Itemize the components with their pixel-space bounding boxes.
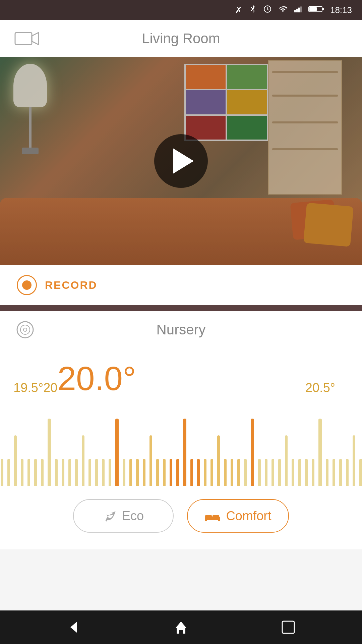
record-dot-icon [22, 280, 32, 290]
thermostat-icon [13, 320, 40, 340]
status-bar: ✗ 18:13 [0, 0, 362, 20]
svg-rect-0 [294, 10, 296, 12]
temp-main: 20.0° [57, 362, 136, 395]
home-button[interactable] [168, 614, 194, 641]
bluetooth-icon2 [248, 5, 257, 16]
wifi-icon [278, 5, 288, 16]
svg-point-10 [20, 325, 30, 334]
camera-icon [13, 29, 40, 49]
ticks [0, 405, 362, 486]
record-bar: RECORD [0, 265, 362, 305]
time-display: 18:13 [330, 5, 352, 15]
record-label: RECORD [45, 279, 98, 291]
nursery-title: Nursery [40, 322, 322, 338]
svg-rect-2 [298, 7, 300, 12]
temperature-display: 19.5° 20 20.0° 20.5° [0, 348, 362, 405]
svg-rect-15 [205, 519, 207, 521]
play-button[interactable] [154, 134, 208, 188]
back-button[interactable] [60, 614, 87, 641]
comfort-mode-button[interactable]: Comfort [187, 499, 289, 533]
temp-labels: 19.5° 20 20.0° 20.5° [0, 362, 362, 395]
living-room-header: Living Room [0, 20, 362, 57]
temp-left: 19.5° [13, 381, 43, 395]
svg-rect-6 [309, 7, 317, 11]
mode-buttons: Eco Comfort [0, 486, 362, 549]
record-button[interactable] [17, 275, 37, 295]
scene-sofa [0, 178, 362, 265]
video-preview[interactable] [0, 57, 362, 265]
recent-apps-button[interactable] [275, 614, 302, 641]
comfort-label: Comfort [226, 509, 271, 523]
nursery-section: Nursery 19.5° 20 20.0° 20.5° Eco [0, 311, 362, 549]
alarm-icon [263, 5, 272, 16]
svg-rect-3 [300, 6, 302, 12]
scene-lamp [10, 64, 50, 164]
bluetooth-icon: ✗ [235, 5, 242, 15]
temp-right: 20.5° [305, 381, 335, 395]
bottom-navigation [0, 610, 362, 644]
scene-poster [184, 64, 268, 141]
living-room-title: Living Room [40, 31, 322, 47]
svg-rect-13 [205, 515, 212, 517]
svg-rect-14 [213, 515, 219, 517]
temperature-slider[interactable] [0, 405, 362, 486]
svg-rect-16 [218, 519, 220, 521]
play-icon [173, 148, 194, 174]
battery-level [309, 5, 324, 16]
temp-center-small: 20 [43, 381, 57, 395]
living-room-section: Living Room [0, 20, 362, 305]
svg-rect-19 [282, 621, 294, 633]
svg-point-9 [17, 322, 33, 338]
svg-rect-1 [296, 8, 298, 12]
nursery-header: Nursery [0, 311, 362, 348]
svg-rect-7 [15, 33, 32, 45]
svg-marker-18 [175, 622, 187, 634]
svg-marker-8 [32, 33, 39, 45]
svg-marker-17 [70, 622, 77, 633]
section-divider [0, 305, 362, 311]
scene-shelf [268, 60, 342, 195]
svg-point-11 [23, 328, 27, 331]
svg-rect-5 [322, 8, 324, 10]
eco-label: Eco [122, 509, 144, 523]
eco-mode-button[interactable]: Eco [73, 499, 174, 533]
signal-icon [294, 5, 303, 16]
